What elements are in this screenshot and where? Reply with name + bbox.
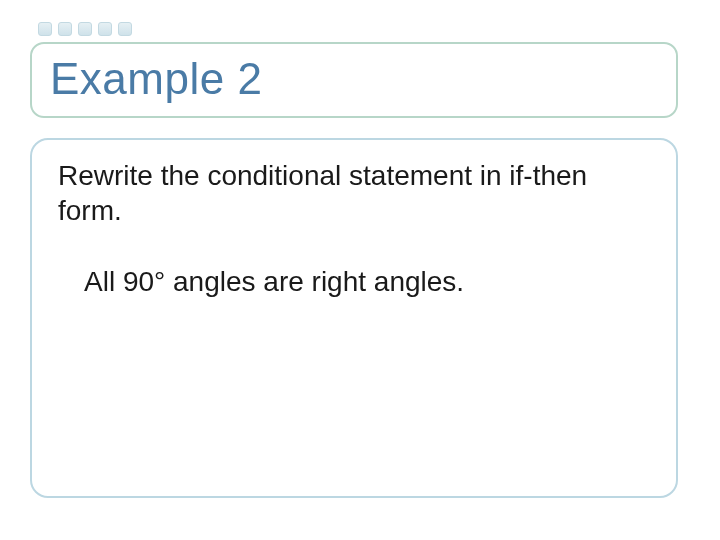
dot-icon [78, 22, 92, 36]
title-box: Example 2 [30, 42, 678, 118]
slide-container: Example 2 Rewrite the conditional statem… [0, 0, 720, 540]
slide-title: Example 2 [50, 54, 658, 104]
body-box: Rewrite the conditional statement in if-… [30, 138, 678, 498]
instruction-text: Rewrite the conditional statement in if-… [56, 158, 652, 228]
dot-icon [98, 22, 112, 36]
dot-icon [118, 22, 132, 36]
dot-icon [38, 22, 52, 36]
decorative-dots [38, 22, 132, 36]
statement-text: All 90° angles are right angles. [56, 266, 652, 298]
dot-icon [58, 22, 72, 36]
